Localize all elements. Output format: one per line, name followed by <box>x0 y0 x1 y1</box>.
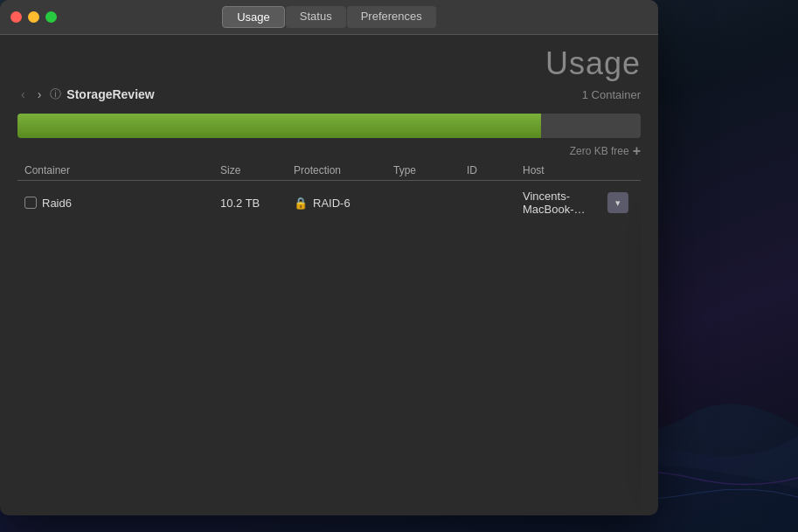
table-header: Container Size Protection Type ID Host <box>17 161 641 181</box>
tab-usage[interactable]: Usage <box>222 6 285 28</box>
cell-host: Vincents-MacBook-… <box>523 190 604 216</box>
col-header-protection: Protection <box>294 164 390 176</box>
col-header-size: Size <box>220 164 290 176</box>
cell-protection: 🔒 RAID-6 <box>294 197 390 210</box>
cell-size: 10.2 TB <box>220 197 290 210</box>
header: Usage ‹ › ⓘ StorageReview 1 Container <box>0 35 658 114</box>
main-window: Usage Status Preferences Usage ‹ › ⓘ Sto… <box>0 0 658 515</box>
nav-left: ‹ › ⓘ StorageReview <box>17 86 155 103</box>
info-icon: ⓘ <box>50 86 61 102</box>
titlebar: Usage Status Preferences <box>0 0 658 35</box>
page-title: Usage <box>545 45 641 82</box>
cell-name: Raid6 <box>24 197 217 210</box>
col-header-id: ID <box>467 164 519 176</box>
tab-group: Usage Status Preferences <box>222 6 436 28</box>
table-row: Raid6 10.2 TB 🔒 RAID-6 <box>17 184 641 221</box>
table-wrapper: Container Size Protection Type ID Host R… <box>17 161 641 515</box>
col-header-host: Host <box>523 164 604 176</box>
tab-preferences[interactable]: Preferences <box>347 6 436 28</box>
traffic-lights <box>10 11 57 23</box>
nav-row: ‹ › ⓘ StorageReview 1 Container <box>17 86 641 103</box>
storage-bar-row <box>0 114 658 142</box>
tab-status[interactable]: Status <box>286 6 346 28</box>
table-body: Raid6 10.2 TB 🔒 RAID-6 <box>17 181 641 225</box>
storage-free-label: Zero KB free <box>570 145 629 157</box>
raid-name: Raid6 <box>42 197 72 210</box>
maximize-button[interactable] <box>45 11 57 23</box>
storage-fill <box>17 114 541 138</box>
protection-value: RAID-6 <box>313 197 350 210</box>
cell-actions: ▾ <box>607 192 634 213</box>
host-value: Vincents-MacBook-… <box>523 190 604 216</box>
row-checkbox[interactable] <box>24 197 37 209</box>
nav-next-button[interactable]: › <box>34 86 45 103</box>
lock-icon: 🔒 <box>294 197 308 210</box>
container-count: 1 Container <box>582 88 641 101</box>
add-button[interactable]: + <box>633 143 641 159</box>
content-area: Usage ‹ › ⓘ StorageReview 1 Container Ze… <box>0 35 658 515</box>
nav-prev-button[interactable]: ‹ <box>17 86 29 103</box>
col-header-container: Container <box>24 164 217 176</box>
nav-label: StorageReview <box>66 87 154 101</box>
storage-bar <box>17 114 641 138</box>
storage-free-row: Zero KB free + <box>552 142 658 161</box>
size-value: 10.2 TB <box>220 197 260 210</box>
chevron-down-icon: ▾ <box>615 197 621 209</box>
title-row: Usage <box>17 45 641 82</box>
col-header-actions <box>607 164 634 176</box>
minimize-button[interactable] <box>28 11 39 23</box>
close-button[interactable] <box>10 11 22 23</box>
col-header-type: Type <box>393 164 463 176</box>
row-dropdown-button[interactable]: ▾ <box>607 192 628 213</box>
